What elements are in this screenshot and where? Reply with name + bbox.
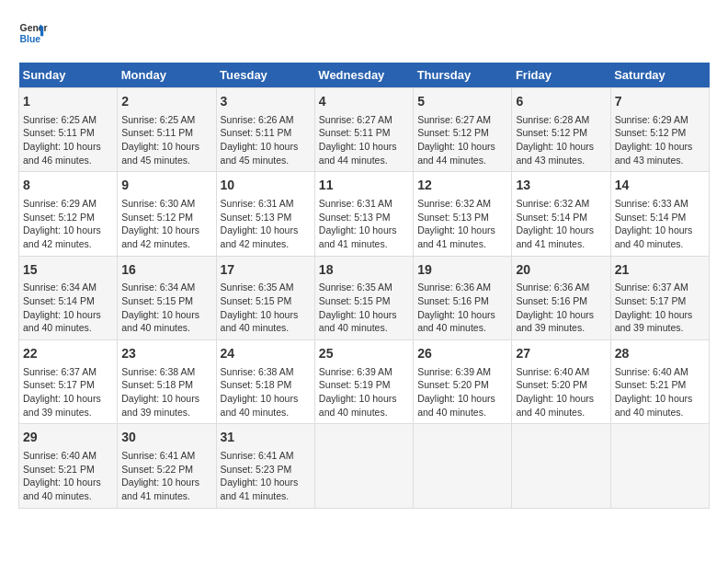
day-number: 26 [417, 345, 507, 363]
sunrise-label: Sunrise: 6:37 AM [23, 366, 97, 377]
daylight-label: Daylight: 10 hours and 42 minutes. [23, 224, 101, 249]
sunrise-label: Sunrise: 6:40 AM [23, 450, 97, 461]
sunset-label: Sunset: 5:16 PM [516, 295, 587, 306]
calendar-cell: 30Sunrise: 6:41 AMSunset: 5:22 PMDayligh… [118, 424, 216, 508]
sunrise-label: Sunrise: 6:29 AM [615, 114, 688, 125]
calendar-cell: 11Sunrise: 6:31 AMSunset: 5:13 PMDayligh… [314, 172, 413, 256]
day-number: 22 [23, 345, 113, 363]
sunrise-label: Sunrise: 6:34 AM [23, 282, 97, 293]
daylight-label: Daylight: 10 hours and 41 minutes. [221, 477, 299, 501]
sunrise-label: Sunrise: 6:27 AM [319, 114, 392, 125]
header-day: Wednesday [314, 63, 413, 88]
header-day: Thursday [414, 63, 512, 88]
calendar-cell [414, 424, 512, 508]
daylight-label: Daylight: 10 hours and 46 minutes. [23, 141, 101, 166]
sunrise-label: Sunrise: 6:38 AM [121, 366, 195, 377]
calendar-cell: 22Sunrise: 6:37 AMSunset: 5:17 PMDayligh… [19, 340, 118, 424]
daylight-label: Daylight: 10 hours and 42 minutes. [221, 224, 299, 249]
sunrise-label: Sunrise: 6:25 AM [23, 114, 97, 125]
daylight-label: Daylight: 10 hours and 39 minutes. [516, 309, 594, 334]
calendar-cell: 9Sunrise: 6:30 AMSunset: 5:12 PMDaylight… [118, 172, 216, 256]
logo-icon: General Blue [18, 18, 48, 48]
sunrise-label: Sunrise: 6:32 AM [516, 198, 589, 209]
sunrise-label: Sunrise: 6:39 AM [417, 366, 491, 377]
sunset-label: Sunset: 5:18 PM [221, 379, 292, 390]
day-number: 4 [319, 93, 409, 111]
calendar-cell: 3Sunrise: 6:26 AMSunset: 5:11 PMDaylight… [216, 88, 314, 172]
day-number: 2 [121, 93, 211, 111]
day-number: 1 [23, 93, 113, 111]
calendar-cell: 16Sunrise: 6:34 AMSunset: 5:15 PMDayligh… [118, 256, 216, 339]
page-header: General Blue [18, 18, 710, 48]
logo: General Blue [18, 18, 48, 48]
calendar-cell: 5Sunrise: 6:27 AMSunset: 5:12 PMDaylight… [414, 88, 512, 172]
sunrise-label: Sunrise: 6:34 AM [121, 282, 195, 293]
daylight-label: Daylight: 10 hours and 41 minutes. [121, 477, 199, 501]
sunset-label: Sunset: 5:20 PM [516, 379, 587, 390]
calendar-cell: 12Sunrise: 6:32 AMSunset: 5:13 PMDayligh… [414, 172, 512, 256]
sunset-label: Sunset: 5:11 PM [23, 127, 95, 138]
sunrise-label: Sunrise: 6:31 AM [319, 198, 392, 209]
header-day: Saturday [610, 63, 709, 88]
calendar-week-row: 22Sunrise: 6:37 AMSunset: 5:17 PMDayligh… [19, 340, 710, 424]
daylight-label: Daylight: 10 hours and 40 minutes. [221, 393, 299, 418]
calendar-week-row: 29Sunrise: 6:40 AMSunset: 5:21 PMDayligh… [19, 424, 710, 508]
calendar-cell: 8Sunrise: 6:29 AMSunset: 5:12 PMDaylight… [19, 172, 118, 256]
sunrise-label: Sunrise: 6:40 AM [516, 366, 589, 377]
sunrise-label: Sunrise: 6:30 AM [121, 198, 195, 209]
daylight-label: Daylight: 10 hours and 40 minutes. [516, 393, 594, 418]
day-number: 13 [516, 177, 606, 195]
sunrise-label: Sunrise: 6:36 AM [417, 282, 491, 293]
sunset-label: Sunset: 5:16 PM [417, 295, 489, 306]
sunset-label: Sunset: 5:14 PM [516, 212, 587, 223]
header-day: Sunday [19, 63, 118, 88]
day-number: 25 [319, 345, 409, 363]
day-number: 17 [221, 261, 311, 280]
calendar-cell [314, 424, 413, 508]
day-number: 23 [121, 345, 211, 363]
daylight-label: Daylight: 10 hours and 41 minutes. [516, 224, 594, 249]
sunrise-label: Sunrise: 6:31 AM [221, 198, 294, 209]
sunrise-label: Sunrise: 6:36 AM [516, 282, 589, 293]
sunset-label: Sunset: 5:12 PM [516, 127, 587, 138]
calendar-cell [610, 424, 709, 508]
svg-text:Blue: Blue [20, 34, 41, 44]
sunrise-label: Sunrise: 6:29 AM [23, 198, 97, 209]
sunset-label: Sunset: 5:12 PM [121, 212, 193, 223]
day-number: 3 [221, 93, 311, 111]
sunset-label: Sunset: 5:17 PM [615, 295, 687, 306]
daylight-label: Daylight: 10 hours and 40 minutes. [319, 393, 397, 418]
sunset-label: Sunset: 5:15 PM [121, 295, 193, 306]
sunset-label: Sunset: 5:20 PM [417, 379, 489, 390]
calendar-cell: 31Sunrise: 6:41 AMSunset: 5:23 PMDayligh… [216, 424, 314, 508]
calendar-cell: 15Sunrise: 6:34 AMSunset: 5:14 PMDayligh… [19, 256, 118, 339]
daylight-label: Daylight: 10 hours and 40 minutes. [615, 224, 693, 249]
sunrise-label: Sunrise: 6:41 AM [121, 450, 195, 461]
calendar-cell: 27Sunrise: 6:40 AMSunset: 5:20 PMDayligh… [512, 340, 610, 424]
header-day: Monday [118, 63, 216, 88]
header-row: SundayMondayTuesdayWednesdayThursdayFrid… [19, 63, 710, 88]
day-number: 18 [319, 261, 409, 280]
daylight-label: Daylight: 10 hours and 40 minutes. [221, 309, 299, 334]
sunrise-label: Sunrise: 6:39 AM [319, 366, 392, 377]
sunrise-label: Sunrise: 6:38 AM [221, 366, 294, 377]
calendar-week-row: 15Sunrise: 6:34 AMSunset: 5:14 PMDayligh… [19, 256, 710, 339]
day-number: 7 [615, 93, 705, 111]
day-number: 28 [615, 345, 705, 363]
calendar-cell: 29Sunrise: 6:40 AMSunset: 5:21 PMDayligh… [19, 424, 118, 508]
sunrise-label: Sunrise: 6:28 AM [516, 114, 589, 125]
sunset-label: Sunset: 5:15 PM [221, 295, 292, 306]
day-number: 11 [319, 177, 409, 195]
sunset-label: Sunset: 5:21 PM [23, 464, 95, 475]
day-number: 5 [417, 93, 507, 111]
sunset-label: Sunset: 5:12 PM [417, 127, 489, 138]
daylight-label: Daylight: 10 hours and 40 minutes. [319, 309, 397, 334]
day-number: 27 [516, 345, 606, 363]
calendar-cell: 4Sunrise: 6:27 AMSunset: 5:11 PMDaylight… [314, 88, 413, 172]
day-number: 20 [516, 261, 606, 280]
day-number: 19 [417, 261, 507, 280]
calendar-cell: 21Sunrise: 6:37 AMSunset: 5:17 PMDayligh… [610, 256, 709, 339]
day-number: 14 [615, 177, 705, 195]
sunset-label: Sunset: 5:11 PM [221, 127, 292, 138]
sunset-label: Sunset: 5:13 PM [319, 212, 391, 223]
